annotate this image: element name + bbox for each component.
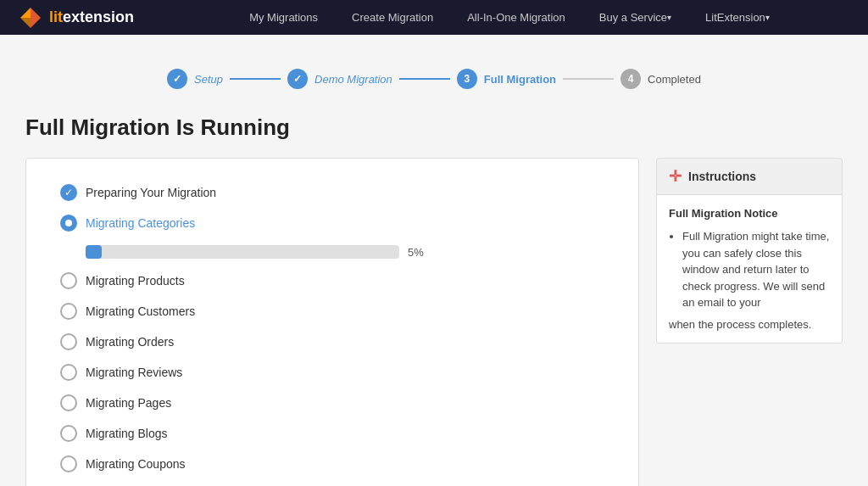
label-preparing: Preparing Your Migration	[86, 186, 216, 199]
radio-blogs	[60, 425, 77, 442]
item-coupons: Migrating Coupons	[60, 455, 604, 472]
step-label-demo: Demo Migration	[314, 73, 392, 86]
nav-litextension[interactable]: LitExtension	[688, 0, 787, 35]
radio-products	[60, 272, 77, 289]
instructions-notice-body: Full Migration might take time, you can …	[682, 230, 829, 309]
label-coupons: Migrating Coupons	[86, 457, 186, 471]
svg-marker-2	[31, 8, 41, 18]
stepper: ✓ Setup ✓ Demo Migration 3 Full Migratio…	[25, 52, 843, 115]
radio-categories	[60, 215, 77, 232]
item-orders: Migrating Orders	[60, 333, 604, 350]
step-setup: ✓ Setup	[167, 69, 223, 89]
item-categories: Migrating Categories	[60, 215, 604, 232]
migration-card: ✓ Preparing Your Migration Migrating Cat…	[25, 158, 639, 486]
label-customers: Migrating Customers	[86, 304, 195, 318]
instructions-notice-body2: when the process completes.	[669, 318, 830, 331]
instructions-header: ✛ Instructions	[656, 158, 843, 195]
step-circle-full: 3	[457, 69, 477, 89]
label-blogs: Migrating Blogs	[86, 427, 168, 440]
radio-customers	[60, 303, 77, 320]
logo-text: litextension	[49, 8, 134, 26]
label-orders: Migrating Orders	[86, 335, 174, 349]
step-label-setup: Setup	[194, 73, 223, 86]
connector-1	[230, 78, 281, 80]
connector-3	[563, 78, 614, 80]
radio-pages	[60, 394, 77, 411]
step-circle-setup: ✓	[167, 69, 187, 89]
content-layout: ✓ Preparing Your Migration Migrating Cat…	[25, 158, 843, 486]
radio-reviews	[60, 364, 77, 381]
nav-all-in-one[interactable]: All-In-One Migration	[450, 0, 582, 35]
connector-2	[399, 78, 450, 80]
navbar-links: My Migrations Create Migration All-In-On…	[168, 0, 851, 35]
step-demo: ✓ Demo Migration	[287, 69, 392, 89]
navbar: litextension My Migrations Create Migrat…	[0, 0, 868, 35]
item-preparing: ✓ Preparing Your Migration	[60, 184, 604, 201]
nav-buy-service[interactable]: Buy a Service	[582, 0, 688, 35]
progress-text: 5%	[408, 246, 433, 259]
instructions-body: Full Migration Notice Full Migration mig…	[656, 195, 843, 344]
instructions-notice-title: Full Migration Notice	[669, 207, 830, 220]
label-products: Migrating Products	[86, 274, 185, 288]
step-circle-demo: ✓	[287, 69, 308, 89]
svg-marker-3	[20, 18, 31, 28]
label-pages: Migrating Pages	[86, 396, 171, 410]
svg-marker-0	[20, 8, 31, 18]
step-completed: 4 Completed	[620, 69, 701, 89]
step-label-full: Full Migration	[484, 73, 556, 86]
main-content: ✓ Setup ✓ Demo Migration 3 Full Migratio…	[0, 35, 868, 486]
label-reviews: Migrating Reviews	[86, 366, 182, 379]
item-pages: Migrating Pages	[60, 394, 604, 411]
progress-container: 5%	[86, 245, 604, 259]
item-customers: Migrating Customers	[60, 303, 604, 320]
svg-marker-1	[31, 18, 41, 28]
step-circle-completed: 4	[620, 69, 641, 89]
instructions-title: Instructions	[688, 170, 756, 183]
radio-coupons	[60, 455, 77, 472]
label-categories: Migrating Categories	[86, 216, 195, 230]
progress-bar-wrapper	[86, 245, 399, 259]
step-full: 3 Full Migration	[457, 69, 556, 89]
step-label-completed: Completed	[648, 73, 701, 86]
page-title: Full Migration Is Running	[25, 115, 843, 141]
item-reviews: Migrating Reviews	[60, 364, 604, 381]
nav-create-migration[interactable]: Create Migration	[335, 0, 450, 35]
progress-bar-fill	[86, 245, 102, 259]
item-products: Migrating Products	[60, 272, 604, 289]
logo[interactable]: litextension	[17, 4, 134, 31]
item-blogs: Migrating Blogs	[60, 425, 604, 442]
radio-orders	[60, 333, 77, 350]
instructions-icon: ✛	[669, 167, 682, 186]
nav-my-migrations[interactable]: My Migrations	[232, 0, 335, 35]
instructions-panel: ✛ Instructions Full Migration Notice Ful…	[656, 158, 843, 344]
check-preparing: ✓	[60, 184, 77, 201]
logo-icon	[17, 4, 44, 31]
